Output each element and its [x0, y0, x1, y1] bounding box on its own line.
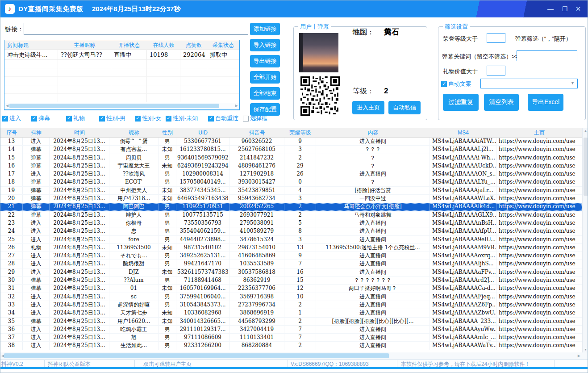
cell-ms4: MS4wLjABAAAAlk4d... [430, 203, 496, 210]
table-row[interactable]: 22 弹幕 2024年8月25日13... 辩护人 男 100775135715… [0, 211, 582, 219]
honor-level-input[interactable] [487, 33, 505, 43]
scroll-up-icon[interactable]: ▲ [584, 129, 587, 132]
cell-content: ？ [316, 178, 430, 186]
scroll-down-icon[interactable]: ▼ [584, 348, 587, 351]
table-row[interactable]: 15 弹幕 2024年8月25日13... 周贝贝 男 936401569579… [0, 154, 582, 162]
cell-honor-level: 10 [284, 293, 316, 301]
table-row[interactable]: 36 进入 2024年8月25日13... 吃鸡小霸王 男 2911101293… [0, 326, 582, 334]
auto-text-dropdown[interactable]: ▼ [480, 79, 578, 88]
filter-settings-panel: 筛选设置 荣誉等级大于 弹幕筛选（“，”隔开） 弹幕关键词（留空不筛选）>> 礼… [438, 26, 586, 120]
table-row[interactable]: 20 弹幕 2024年8月25日13... 用户47318... 未知 6469… [0, 195, 582, 203]
table-row[interactable]: 35 弹幕 2024年8月25日13... 用户16620... 未知 3400… [0, 318, 582, 326]
cell-douyin-id: 3868696919 [229, 309, 284, 317]
enter-homepage-button[interactable]: 进入主页 [352, 101, 384, 114]
link-action-button[interactable]: 导出链接 [250, 55, 280, 67]
cell-seq: 14 [0, 146, 23, 153]
table-row[interactable]: 26 礼物 2024年8月25日13... 1136953500 未知 9873… [0, 244, 582, 252]
link-action-button[interactable]: 保存配置 [250, 103, 280, 116]
filter-checkbox[interactable]: 选择框 [243, 114, 267, 122]
cell-seq: 28 [0, 260, 23, 268]
table-row[interactable]: 31 弹幕 2024年8月25日13... 01 未知 160570169964… [0, 285, 582, 293]
link-action-button[interactable]: 添加链接 [250, 23, 280, 35]
filter-checkbox[interactable]: 礼物 [66, 114, 85, 122]
cell-event-type: 进入 [23, 260, 50, 268]
link-action-button[interactable]: 全部开始 [250, 71, 280, 84]
link-action-button[interactable]: 全部结束 [250, 87, 280, 100]
cell-honor-level: 2 [284, 203, 316, 210]
filter-checkbox[interactable]: 性别-男 [99, 114, 125, 122]
danmu-keyword-input[interactable] [517, 50, 577, 61]
table-row[interactable]: 13 进入 2024年8月25日13... 倒霉^_^蛋 男 533066773… [0, 138, 582, 146]
filter-checkbox[interactable]: 进入 [2, 114, 21, 122]
scrollbar-thumb[interactable] [584, 138, 588, 196]
table-row[interactable]: 24 进入 2024年8月25日13... 忠 男 355404062159..… [0, 227, 582, 235]
close-icon[interactable]: ✕ [572, 4, 584, 14]
minimize-icon[interactable]: — [545, 4, 556, 14]
table-row[interactable]: 18 弹幕 2024年8月25日13... ECOT' 男 1570580401… [0, 178, 582, 186]
filter-duplicates-button[interactable]: 过滤重复 [443, 94, 479, 111]
table-row[interactable]: 14 弹幕 2024年8月25日13... 有点害羞... 未知 1612337… [0, 146, 582, 154]
statusbar-divider [44, 360, 45, 367]
gift-value-input[interactable] [487, 66, 505, 75]
table-row[interactable]: 32 进入 2024年8月25日13... sc 男 375994106040.… [0, 293, 582, 301]
table-row[interactable]: 38 进入 2024年8月25日13... 生活如此... 男 92331266… [0, 342, 582, 350]
filter-checkbox[interactable]: 弹幕 [31, 114, 50, 122]
table-row[interactable]: 28 进入 2024年8月25日13... 酸奶很甜 男 99421647170… [0, 260, 582, 268]
table-row[interactable]: 30 弹幕 2024年8月25日13... ??Alum 男 711889414… [0, 277, 582, 285]
filter-checkbox[interactable]: 自动重连 [208, 114, 238, 122]
room-row[interactable]: 冲击史诗级斗... ??朝廷大司马?? 直播中 10198 292064 抓取中 [4, 50, 239, 60]
cell-seq: 31 [0, 285, 23, 292]
table-row[interactable]: 37 进入 2024年8月25日13... 旭 男 97111086609 11… [0, 334, 582, 342]
auto-dm-button[interactable]: 自动私信 [388, 101, 421, 114]
export-excel-button[interactable]: 导出Excel [528, 94, 563, 111]
table-row[interactable]: 29 进入 2024年8月25日13... DJZ 未知 53261157374… [0, 268, 582, 277]
cell-gender: 未知 [158, 162, 176, 170]
maximize-icon[interactable]: ❐ [559, 4, 571, 14]
filter-checkbox[interactable]: 性别-女 [135, 114, 161, 122]
clear-list-button[interactable]: 清空列表 [484, 94, 519, 111]
scroll-right-icon[interactable]: ▶ [578, 353, 580, 359]
table-row[interactable]: 34 进入 2024年8月25日13... 天才第七步 未知 103360829… [0, 309, 582, 317]
table-row[interactable]: 17 进入 2024年8月25日13... ??吹海风 男 1029800083… [0, 170, 582, 178]
table-row[interactable]: 16 弹幕 2024年8月25日13... 宇宙魔龙大王 未知 62493691… [0, 162, 582, 170]
cell-nickname: 酸奶很甜 [109, 260, 158, 268]
cell-ms4: MS4wLjABAAAAUckD... [430, 162, 496, 170]
table-row[interactable]: 33 进入 2024年8月25日13... 超深情的好嘛 男 310543845… [0, 301, 582, 309]
cell-event-type: 进入 [23, 293, 50, 301]
table-row[interactable]: 21 弹幕 2024年8月25日13... 阿巴阿巴 男 11092517093… [0, 203, 582, 211]
cell-content: 进入直播间 [316, 236, 430, 243]
cell-nickname: ??Alum [109, 277, 158, 284]
filter-checkbox[interactable]: 性别-未知 [166, 114, 198, 122]
auto-text-checkbox[interactable]: 自动文案 [441, 80, 471, 88]
main-table-hscrollbar[interactable]: ◀ ▶ [0, 352, 588, 359]
link-input[interactable] [24, 23, 248, 35]
cell-time: 2024年8月25日13... [50, 326, 109, 333]
cell-room-title: 冲击史诗级斗... [4, 50, 58, 60]
main-table-vscrollbar[interactable]: ▲ ▼ [582, 128, 588, 352]
scrollbar-thumb[interactable] [9, 104, 219, 108]
user-panel: 用户丨弹幕 等级：2 性别：男 地区：黄石 进入主页 自动私信 [293, 26, 427, 120]
cell-seq: 27 [0, 252, 23, 260]
cell-event-type: 进入 [23, 342, 50, 349]
auto-text-label: 自动文案 [448, 80, 471, 88]
cell-time: 2024年8月25日13... [50, 318, 109, 325]
cell-ms4: MS4wLjABAAAArd2J... [430, 277, 496, 284]
table-row[interactable]: 25 进入 2024年8月25日13... fore 男 44944027389… [0, 236, 582, 244]
room-table-hscrollbar[interactable]: ◀ ▶ [5, 103, 239, 109]
column-header: 荣耀等级 [284, 128, 316, 137]
link-action-button[interactable]: 导入链接 [250, 39, 280, 51]
table-row[interactable]: 27 进入 2024年8月25日13... それでも... 男 34925262… [0, 252, 582, 260]
title-timestamp: 2024年8月25日13时22分37秒 [92, 5, 180, 13]
table-row[interactable]: 23 进入 2024年8月25日13... 你根哥 男 73550356793 … [0, 219, 582, 227]
scroll-right-icon[interactable]: ▶ [235, 103, 238, 109]
cell-douyin-id: 27237996734 [229, 301, 284, 309]
checkbox-label: 进入 [9, 114, 21, 122]
cell-gender: 男 [158, 219, 176, 227]
cell-douyin-id: 868280884 [229, 342, 284, 349]
honor-level-label: 荣誉等级大于 [443, 35, 478, 43]
scrollbar-thumb[interactable] [4, 353, 389, 358]
scroll-left-icon[interactable]: ◀ [6, 103, 8, 109]
table-row[interactable]: 19 弹幕 2024年8月25日13... 中州拒天人 未知 383774345… [0, 187, 582, 195]
cell-online-count: 10198 [147, 50, 180, 60]
cell-ms4: MS4wLjABAAAAyuWw... [430, 326, 496, 333]
